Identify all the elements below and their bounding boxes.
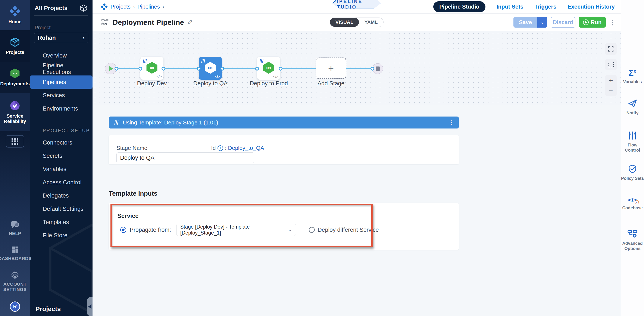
- sidebar-collapse-button[interactable]: [87, 297, 92, 316]
- dashboards-button[interactable]: DASHBOARDS: [0, 245, 32, 261]
- stage-id-value[interactable]: Deploy_to_QA: [228, 145, 264, 151]
- project-selector-value: Rohan: [38, 35, 56, 41]
- project-menu: Overview Pipeline Executions Pipelines S…: [30, 49, 92, 115]
- module-picker-button[interactable]: [6, 135, 24, 148]
- fullscreen-button[interactable]: [605, 43, 617, 55]
- connector-dot: [370, 67, 374, 71]
- stage-name-label: Stage Name: [116, 145, 148, 151]
- harness-logo-icon: [101, 3, 108, 11]
- sidebar-item-pipelines[interactable]: Pipelines: [30, 76, 92, 89]
- policy-sets-tool[interactable]: Policy Sets: [621, 164, 644, 181]
- warning-badge-icon: ▲: [634, 200, 639, 204]
- run-button[interactable]: Run: [579, 17, 606, 28]
- tool-label: Notify: [626, 110, 639, 115]
- sidebar-item-delegates[interactable]: Delegates: [30, 189, 92, 202]
- sidebar-item-overview[interactable]: Overview: [30, 49, 92, 62]
- discard-button[interactable]: Discard: [551, 17, 576, 28]
- nav-projects-label: Projects: [6, 50, 24, 55]
- advanced-options-icon: [627, 229, 638, 239]
- zoom-in-button[interactable]: +: [609, 77, 613, 84]
- tab-triggers[interactable]: Triggers: [534, 4, 556, 10]
- deploy-different-service-radio[interactable]: [309, 227, 315, 233]
- toggle-yaml[interactable]: YAML: [359, 18, 383, 27]
- nav-deployments-label: Deployments: [0, 81, 30, 86]
- breadcrumb-separator: ›: [133, 4, 135, 10]
- nav-service-reliability[interactable]: Service Reliability: [0, 93, 30, 131]
- project-selector[interactable]: Rohan ›: [34, 33, 88, 43]
- tab-pipeline-studio[interactable]: Pipeline Studio: [433, 1, 486, 12]
- template-options-kebab[interactable]: ⋮: [448, 119, 454, 126]
- stage-name-input[interactable]: [116, 152, 254, 163]
- chevron-left-icon: [88, 304, 92, 309]
- tab-execution-history[interactable]: Execution History: [568, 4, 615, 10]
- user-avatar[interactable]: R: [10, 301, 20, 312]
- propagate-from-radio-selected[interactable]: [120, 227, 126, 233]
- more-options-kebab[interactable]: ⋮: [609, 19, 616, 26]
- help-button[interactable]: ? HELP: [9, 221, 21, 236]
- project-setup-label: PROJECT SETUP: [43, 128, 92, 133]
- policy-shield-icon: [628, 164, 637, 174]
- header-tabs: Pipeline Studio Input Sets Triggers Exec…: [433, 1, 621, 12]
- info-icon[interactable]: i: [218, 145, 223, 151]
- propagate-service-dropdown[interactable]: Stage [Deploy Dev] - Template [Deploy_St…: [176, 224, 296, 236]
- sidebar-item-connectors[interactable]: Connectors: [30, 136, 92, 149]
- dashboards-icon: [11, 245, 19, 254]
- selection-tool-button[interactable]: [605, 59, 617, 70]
- svg-text:∞: ∞: [13, 71, 17, 76]
- svg-text:?: ?: [13, 222, 15, 226]
- save-button[interactable]: Save: [514, 17, 538, 28]
- svg-text:∞: ∞: [208, 64, 212, 71]
- cd-hexagon-icon: ∞: [262, 61, 275, 75]
- breadcrumb-projects[interactable]: Projects: [110, 4, 130, 10]
- service-heading: Service: [117, 212, 139, 219]
- nav-projects[interactable]: Projects: [0, 30, 30, 62]
- harness-logo-icon: [10, 6, 20, 17]
- breadcrumb-pipelines[interactable]: Pipelines: [138, 4, 160, 10]
- gear-icon: [10, 271, 20, 280]
- add-stage-node[interactable]: +: [316, 58, 346, 79]
- stage-node-deploy-to-prod[interactable]: ∞ </>: [257, 57, 280, 80]
- save-dropdown-button[interactable]: ⌄: [538, 17, 547, 28]
- pipeline-canvas[interactable]: ∞ </> ∞ </> ∞: [92, 31, 621, 105]
- view-toggle[interactable]: VISUAL YAML: [330, 18, 384, 27]
- all-projects-cube-icon[interactable]: [79, 4, 88, 13]
- edit-pencil-icon[interactable]: ✎: [188, 19, 192, 26]
- stage-node-deploy-dev[interactable]: ∞ </>: [140, 57, 164, 80]
- connector-dot: [114, 67, 118, 71]
- flow-control-tool[interactable]: Flow Control: [621, 131, 644, 153]
- sidebar-item-secrets[interactable]: Secrets: [30, 149, 92, 162]
- notify-tool[interactable]: Notify: [621, 99, 644, 115]
- sidebar-divider: [34, 120, 88, 120]
- fullscreen-icon: [608, 46, 614, 52]
- service-card: Service Propagate from: Stage [Deploy De…: [109, 203, 459, 250]
- nav-service-reliability-label: Service Reliability: [0, 113, 30, 124]
- nav-home-label: Home: [8, 19, 21, 24]
- toggle-visual[interactable]: VISUAL: [330, 18, 359, 27]
- variables-tool[interactable]: Σx Variables: [621, 69, 644, 84]
- id-label: Id: [211, 145, 216, 151]
- chevron-right-icon: ›: [83, 35, 84, 41]
- zoom-out-button[interactable]: −: [609, 87, 613, 94]
- tab-input-sets[interactable]: Input Sets: [496, 4, 524, 10]
- connector-dot: [279, 67, 282, 71]
- variables-icon: Σx: [628, 69, 636, 77]
- play-icon: [583, 20, 589, 25]
- all-projects-label[interactable]: All Projects: [34, 5, 68, 12]
- sidebar-item-access-control[interactable]: Access Control: [30, 176, 92, 189]
- projects-section-label[interactable]: Projects: [36, 305, 61, 312]
- sidebar-item-services[interactable]: Services: [30, 89, 92, 102]
- service-options-row: Propagate from: Stage [Deploy Dev] - Tem…: [120, 224, 379, 236]
- sidebar-item-variables[interactable]: Variables: [30, 162, 92, 176]
- account-settings-button[interactable]: ACCOUNT SETTINGS: [0, 271, 30, 292]
- stage-node-deploy-to-qa-selected[interactable]: ∞ </>: [199, 57, 222, 80]
- advanced-options-tool[interactable]: Advanced Options: [621, 229, 644, 251]
- sidebar-item-environments[interactable]: Environments: [30, 102, 92, 115]
- nav-deployments[interactable]: ∞ Deployments: [0, 62, 30, 93]
- cd-hexagon-icon: ∞: [145, 61, 158, 75]
- deploy-different-service-label: Deploy different Service: [318, 227, 379, 233]
- sidebar-item-pipeline-executions[interactable]: Pipeline Executions: [30, 62, 92, 76]
- main-content: Projects › Pipelines › PIPELINE STUDIO P…: [92, 0, 621, 316]
- project-sidebar: All Projects Project Rohan › Overview Pi…: [30, 0, 92, 316]
- nav-home[interactable]: Home: [0, 0, 30, 30]
- codebase-tool[interactable]: </>▲ Codebase: [621, 197, 644, 210]
